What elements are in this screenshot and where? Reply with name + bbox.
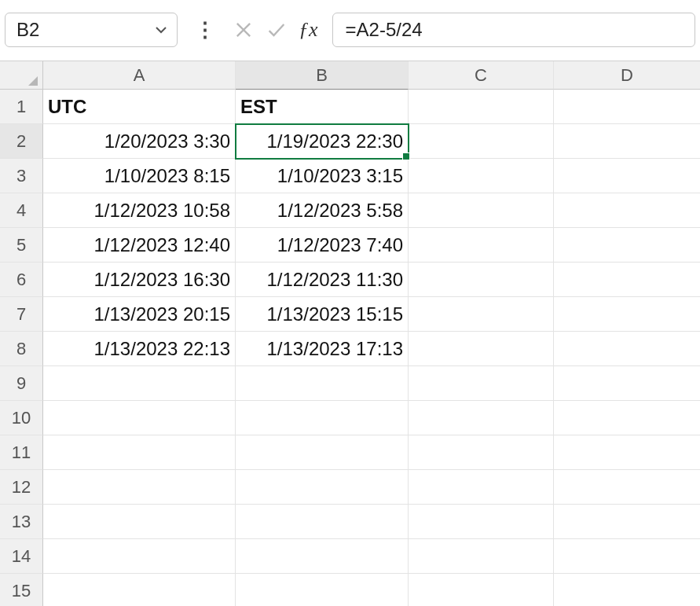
table-row: UTC EST [43,90,700,124]
cell[interactable] [43,435,236,470]
cell[interactable] [236,539,409,574]
table-row: 1/12/2023 16:30 1/12/2023 11:30 [43,263,700,297]
cell[interactable]: 1/20/2023 3:30 [43,124,236,159]
table-row: 1/20/2023 3:30 1/19/2023 22:30 [43,124,700,159]
cancel-icon[interactable] [233,19,255,41]
table-row [43,470,700,505]
cell[interactable] [409,435,554,470]
cell[interactable] [554,435,700,470]
column-header[interactable]: D [554,61,700,90]
name-box-value: B2 [16,19,39,41]
cell[interactable] [554,401,700,435]
cell[interactable] [554,332,700,366]
confirm-icon[interactable] [266,19,288,41]
fx-icon[interactable]: ƒx [299,18,318,42]
cell[interactable] [409,505,554,539]
cell[interactable] [43,470,236,505]
table-row [43,574,700,606]
cell[interactable] [236,435,409,470]
column-header[interactable]: B [236,61,409,90]
cell[interactable] [554,505,700,539]
row-header[interactable]: 4 [0,193,43,228]
cell[interactable]: 1/12/2023 12:40 [43,228,236,263]
spreadsheet-grid: 1 2 3 4 5 6 7 8 9 10 11 12 13 14 15 A B … [0,61,700,606]
cell[interactable] [409,539,554,574]
cell[interactable] [409,228,554,263]
cell[interactable] [43,505,236,539]
cell[interactable]: 1/13/2023 20:15 [43,297,236,332]
grid-body: A B C D UTC EST 1/20/2023 3:30 1/19/2023… [43,61,700,606]
row-header[interactable]: 11 [0,435,43,470]
cell[interactable] [43,574,236,606]
cell[interactable] [554,159,700,193]
cell[interactable] [554,124,700,159]
formula-input[interactable]: =A2-5/24 [332,13,695,47]
cell[interactable] [43,401,236,435]
cell[interactable] [409,193,554,228]
cell[interactable] [43,366,236,401]
cell[interactable] [554,228,700,263]
cell[interactable]: 1/10/2023 3:15 [236,159,409,193]
table-row: 1/10/2023 8:15 1/10/2023 3:15 [43,159,700,193]
cell[interactable]: 1/12/2023 7:40 [236,228,409,263]
row-header[interactable]: 13 [0,505,43,539]
cell[interactable] [43,539,236,574]
cell[interactable] [409,470,554,505]
cell[interactable] [409,401,554,435]
cell[interactable] [409,574,554,606]
cell-selected[interactable]: 1/19/2023 22:30 [236,124,409,159]
cell[interactable]: 1/12/2023 5:58 [236,193,409,228]
cell[interactable] [554,366,700,401]
cell[interactable] [236,505,409,539]
cell[interactable] [236,574,409,606]
column-header[interactable]: C [409,61,554,90]
name-box[interactable]: B2 [5,13,178,47]
cell[interactable]: 1/12/2023 10:58 [43,193,236,228]
row-header[interactable]: 1 [0,90,43,124]
cell[interactable] [554,470,700,505]
cell[interactable]: 1/10/2023 8:15 [43,159,236,193]
row-header[interactable]: 10 [0,401,43,435]
cell[interactable]: UTC [43,90,236,124]
cell[interactable] [554,297,700,332]
cell[interactable] [236,366,409,401]
cell[interactable] [554,193,700,228]
row-header[interactable]: 6 [0,263,43,297]
table-row: 1/12/2023 12:40 1/12/2023 7:40 [43,228,700,263]
cell[interactable]: 1/12/2023 11:30 [236,263,409,297]
cell[interactable]: 1/13/2023 22:13 [43,332,236,366]
cell[interactable] [409,297,554,332]
cell[interactable]: 1/12/2023 16:30 [43,263,236,297]
cell[interactable]: EST [236,90,409,124]
row-header[interactable]: 14 [0,539,43,574]
column-header[interactable]: A [43,61,236,90]
cell[interactable]: 1/13/2023 15:15 [236,297,409,332]
cell[interactable] [236,401,409,435]
row-header[interactable]: 12 [0,470,43,505]
row-header[interactable]: 8 [0,332,43,366]
cell[interactable] [409,90,554,124]
table-row: 1/13/2023 20:15 1/13/2023 15:15 [43,297,700,332]
cell[interactable] [554,539,700,574]
cell[interactable] [554,263,700,297]
row-headers: 1 2 3 4 5 6 7 8 9 10 11 12 13 14 15 [0,61,43,606]
cell[interactable] [409,366,554,401]
row-header[interactable]: 5 [0,228,43,263]
cell[interactable] [236,470,409,505]
cell[interactable] [554,574,700,606]
cell[interactable] [409,263,554,297]
table-row [43,435,700,470]
cell[interactable] [409,159,554,193]
row-header[interactable]: 9 [0,366,43,401]
select-all-corner[interactable] [0,61,43,90]
row-header[interactable]: 3 [0,159,43,193]
cell[interactable]: 1/13/2023 17:13 [236,332,409,366]
row-header[interactable]: 2 [0,124,43,159]
cell[interactable] [554,90,700,124]
row-header[interactable]: 15 [0,574,43,606]
formula-bar: B2 ⋮ ƒx =A2-5/24 [0,0,700,61]
cell[interactable] [409,124,554,159]
cell[interactable] [409,332,554,366]
row-header[interactable]: 7 [0,297,43,332]
more-options-icon[interactable]: ⋮ [192,20,218,40]
